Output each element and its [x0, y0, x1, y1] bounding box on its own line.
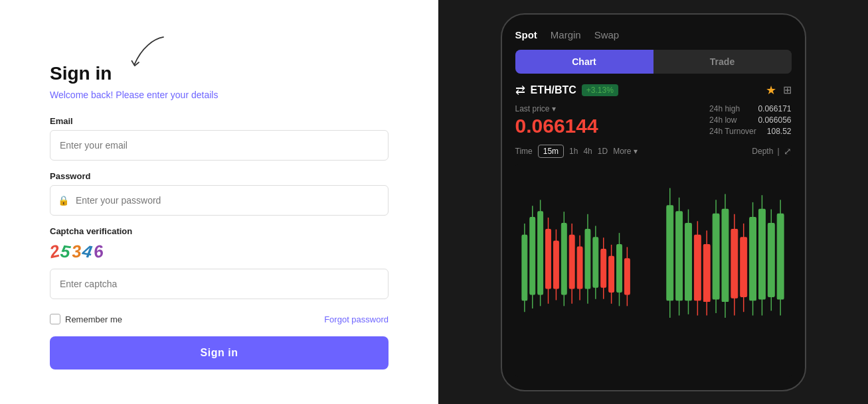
expand-icon[interactable]: ⤢	[784, 146, 792, 157]
time-option-More-more[interactable]: More ▾	[613, 147, 638, 156]
captcha-section: Captcha verification 25346	[50, 226, 389, 299]
welcome-text: Welcome back! Please enter your details	[50, 90, 389, 100]
svg-rect-78	[777, 214, 784, 299]
main-price: 0.066144	[515, 115, 598, 137]
remember-me-label[interactable]: Remember me	[50, 314, 122, 324]
pipe-separator: |	[777, 147, 779, 156]
svg-rect-63	[731, 229, 737, 297]
captcha-image: 25346	[50, 241, 389, 262]
phone-nav: SpotMarginSwap	[515, 29, 792, 40]
svg-rect-60	[722, 209, 729, 301]
pair-change-badge: +3.13%	[582, 84, 618, 96]
right-panel: SpotMarginSwap ChartTrade ⇄ ETH/BTC +3.1…	[438, 0, 868, 404]
captcha-char: 6	[92, 241, 105, 263]
forgot-password-link[interactable]: Forgot password	[324, 314, 389, 324]
time-label: Time	[515, 147, 533, 156]
svg-rect-30	[600, 249, 606, 287]
arrow-doodle	[127, 33, 172, 74]
stat-row: 24h Turnover108.52	[709, 127, 791, 136]
remember-text: Remember me	[65, 314, 122, 324]
svg-rect-48	[685, 223, 691, 300]
stat-value: 0.066171	[758, 104, 791, 113]
price-row: Last price ▾ 0.066144 24h high0.06617124…	[515, 104, 792, 138]
svg-rect-15	[561, 223, 566, 294]
phone-mockup: SpotMarginSwap ChartTrade ⇄ ETH/BTC +3.1…	[501, 13, 806, 391]
captcha-char: 5	[59, 241, 72, 263]
svg-rect-21	[577, 247, 582, 288]
depth-label: Depth	[752, 147, 773, 156]
pair-row: ⇄ ETH/BTC +3.13% ★ ⊞	[515, 83, 792, 98]
svg-rect-9	[545, 229, 551, 288]
stat-row: 24h high0.066171	[709, 104, 791, 113]
captcha-input[interactable]	[50, 269, 389, 299]
svg-rect-45	[675, 212, 682, 300]
time-option-1h[interactable]: 1h	[569, 147, 578, 156]
remember-checkbox[interactable]	[50, 314, 60, 324]
svg-rect-69	[749, 218, 756, 300]
svg-rect-51	[694, 235, 701, 300]
price-left: Last price ▾ 0.066144	[515, 104, 598, 137]
page-title: Sign in	[50, 63, 389, 84]
password-field[interactable]	[50, 185, 389, 216]
stat-value: 108.52	[767, 127, 792, 136]
svg-rect-0	[521, 235, 527, 300]
stat-label: 24h Turnover	[709, 127, 756, 136]
svg-rect-75	[768, 223, 774, 296]
tab-trade[interactable]: Trade	[653, 50, 792, 74]
phone-nav-item-margin[interactable]: Margin	[551, 29, 581, 40]
time-option-1D[interactable]: 1D	[598, 147, 608, 156]
email-label: Email	[50, 116, 389, 126]
svg-rect-66	[740, 237, 746, 297]
captcha-label: Captcha verification	[50, 226, 389, 236]
svg-rect-3	[529, 218, 535, 295]
favorite-star-icon[interactable]: ★	[766, 83, 776, 98]
stat-label: 24h high	[709, 104, 740, 113]
time-row: Time 15m1h4h1DMore ▾ Depth | ⤢	[515, 145, 792, 158]
chart-area	[515, 165, 792, 377]
password-label: Password	[50, 171, 389, 181]
phone-nav-item-spot[interactable]: Spot	[515, 29, 537, 40]
tab-chart[interactable]: Chart	[515, 50, 653, 74]
svg-rect-57	[713, 214, 719, 299]
stat-row: 24h low0.066056	[709, 115, 791, 125]
swap-arrows-icon: ⇄	[515, 83, 525, 98]
svg-rect-39	[624, 259, 630, 294]
sign-in-button[interactable]: Sign in	[50, 336, 389, 370]
svg-rect-72	[758, 209, 765, 299]
time-option-4h[interactable]: 4h	[583, 147, 592, 156]
svg-rect-36	[616, 244, 622, 291]
pair-right: ★ ⊞	[766, 83, 792, 98]
stats-col: 24h high0.06617124h low0.06605624h Turno…	[709, 104, 791, 138]
svg-rect-27	[592, 237, 598, 287]
pair-name: ETH/BTC	[531, 84, 576, 96]
grid-icon[interactable]: ⊞	[783, 84, 792, 96]
stat-label: 24h low	[709, 115, 737, 125]
bottom-row: Remember me Forgot password	[50, 314, 389, 324]
depth-section: Depth | ⤢	[752, 146, 791, 157]
svg-rect-54	[703, 244, 710, 301]
svg-rect-33	[608, 256, 614, 291]
svg-rect-24	[584, 229, 590, 288]
pair-left: ⇄ ETH/BTC +3.13%	[515, 83, 618, 98]
left-panel: Sign in Welcome back! Please enter your …	[0, 0, 438, 404]
svg-rect-42	[666, 206, 673, 300]
email-field[interactable]	[50, 130, 389, 161]
tab-row: ChartTrade	[515, 50, 792, 74]
stat-value: 0.066056	[758, 115, 791, 125]
svg-rect-18	[569, 235, 574, 288]
svg-rect-12	[553, 241, 559, 288]
password-wrapper: 🔒	[50, 185, 389, 216]
time-option-15m[interactable]: 15m	[538, 145, 564, 158]
candlestick-chart	[515, 165, 792, 377]
phone-nav-item-swap[interactable]: Swap	[594, 29, 620, 40]
time-options: 15m1h4h1DMore ▾	[538, 145, 638, 158]
lock-icon: 🔒	[58, 195, 69, 206]
last-price-label: Last price ▾	[515, 104, 598, 113]
svg-rect-6	[537, 212, 543, 294]
